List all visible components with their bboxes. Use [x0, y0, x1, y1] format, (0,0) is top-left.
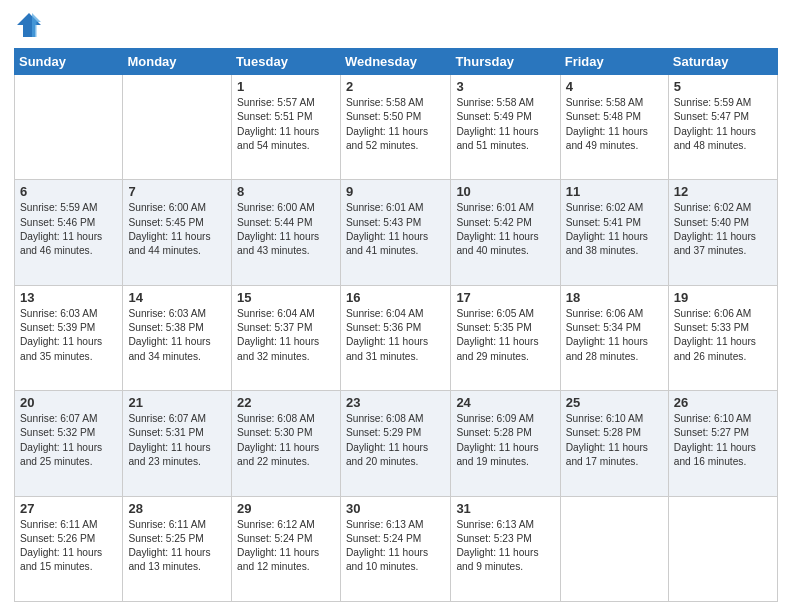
weekday-header-monday: Monday — [123, 49, 232, 75]
day-number: 12 — [674, 184, 772, 199]
day-number: 31 — [456, 501, 554, 516]
day-info: Sunrise: 6:06 AMSunset: 5:33 PMDaylight:… — [674, 307, 772, 364]
day-number: 16 — [346, 290, 445, 305]
day-number: 6 — [20, 184, 117, 199]
calendar-cell: 31Sunrise: 6:13 AMSunset: 5:23 PMDayligh… — [451, 496, 560, 601]
day-info: Sunrise: 6:05 AMSunset: 5:35 PMDaylight:… — [456, 307, 554, 364]
logo — [14, 10, 48, 40]
day-info: Sunrise: 6:00 AMSunset: 5:44 PMDaylight:… — [237, 201, 335, 258]
weekday-header-friday: Friday — [560, 49, 668, 75]
calendar-cell: 23Sunrise: 6:08 AMSunset: 5:29 PMDayligh… — [340, 391, 450, 496]
day-number: 13 — [20, 290, 117, 305]
day-info: Sunrise: 6:03 AMSunset: 5:39 PMDaylight:… — [20, 307, 117, 364]
day-info: Sunrise: 6:06 AMSunset: 5:34 PMDaylight:… — [566, 307, 663, 364]
day-number: 18 — [566, 290, 663, 305]
day-info: Sunrise: 6:04 AMSunset: 5:36 PMDaylight:… — [346, 307, 445, 364]
calendar-cell: 1Sunrise: 5:57 AMSunset: 5:51 PMDaylight… — [232, 75, 341, 180]
day-info: Sunrise: 6:04 AMSunset: 5:37 PMDaylight:… — [237, 307, 335, 364]
header — [14, 10, 778, 40]
day-number: 17 — [456, 290, 554, 305]
calendar-cell: 22Sunrise: 6:08 AMSunset: 5:30 PMDayligh… — [232, 391, 341, 496]
day-number: 10 — [456, 184, 554, 199]
calendar-cell: 11Sunrise: 6:02 AMSunset: 5:41 PMDayligh… — [560, 180, 668, 285]
day-info: Sunrise: 6:12 AMSunset: 5:24 PMDaylight:… — [237, 518, 335, 575]
day-number: 3 — [456, 79, 554, 94]
calendar-cell: 13Sunrise: 6:03 AMSunset: 5:39 PMDayligh… — [15, 285, 123, 390]
calendar-cell: 2Sunrise: 5:58 AMSunset: 5:50 PMDaylight… — [340, 75, 450, 180]
day-info: Sunrise: 5:57 AMSunset: 5:51 PMDaylight:… — [237, 96, 335, 153]
day-info: Sunrise: 6:08 AMSunset: 5:29 PMDaylight:… — [346, 412, 445, 469]
calendar-cell: 20Sunrise: 6:07 AMSunset: 5:32 PMDayligh… — [15, 391, 123, 496]
day-info: Sunrise: 6:03 AMSunset: 5:38 PMDaylight:… — [128, 307, 226, 364]
calendar-cell: 4Sunrise: 5:58 AMSunset: 5:48 PMDaylight… — [560, 75, 668, 180]
svg-marker-0 — [17, 13, 41, 37]
day-info: Sunrise: 5:59 AMSunset: 5:46 PMDaylight:… — [20, 201, 117, 258]
day-number: 11 — [566, 184, 663, 199]
day-info: Sunrise: 6:02 AMSunset: 5:40 PMDaylight:… — [674, 201, 772, 258]
calendar-table: SundayMondayTuesdayWednesdayThursdayFrid… — [14, 48, 778, 602]
calendar-cell — [123, 75, 232, 180]
week-row-5: 27Sunrise: 6:11 AMSunset: 5:26 PMDayligh… — [15, 496, 778, 601]
calendar-cell: 10Sunrise: 6:01 AMSunset: 5:42 PMDayligh… — [451, 180, 560, 285]
day-number: 22 — [237, 395, 335, 410]
calendar-cell — [560, 496, 668, 601]
day-number: 4 — [566, 79, 663, 94]
day-number: 19 — [674, 290, 772, 305]
day-info: Sunrise: 6:07 AMSunset: 5:32 PMDaylight:… — [20, 412, 117, 469]
day-info: Sunrise: 6:01 AMSunset: 5:43 PMDaylight:… — [346, 201, 445, 258]
weekday-header-saturday: Saturday — [668, 49, 777, 75]
day-info: Sunrise: 6:01 AMSunset: 5:42 PMDaylight:… — [456, 201, 554, 258]
calendar-cell: 14Sunrise: 6:03 AMSunset: 5:38 PMDayligh… — [123, 285, 232, 390]
logo-icon — [14, 10, 44, 40]
calendar-cell: 8Sunrise: 6:00 AMSunset: 5:44 PMDaylight… — [232, 180, 341, 285]
day-info: Sunrise: 6:11 AMSunset: 5:25 PMDaylight:… — [128, 518, 226, 575]
day-number: 30 — [346, 501, 445, 516]
calendar-cell: 6Sunrise: 5:59 AMSunset: 5:46 PMDaylight… — [15, 180, 123, 285]
weekday-header-row: SundayMondayTuesdayWednesdayThursdayFrid… — [15, 49, 778, 75]
day-info: Sunrise: 6:07 AMSunset: 5:31 PMDaylight:… — [128, 412, 226, 469]
weekday-header-thursday: Thursday — [451, 49, 560, 75]
calendar-cell: 12Sunrise: 6:02 AMSunset: 5:40 PMDayligh… — [668, 180, 777, 285]
calendar-cell: 29Sunrise: 6:12 AMSunset: 5:24 PMDayligh… — [232, 496, 341, 601]
page: SundayMondayTuesdayWednesdayThursdayFrid… — [0, 0, 792, 612]
day-number: 27 — [20, 501, 117, 516]
day-number: 21 — [128, 395, 226, 410]
calendar-cell: 16Sunrise: 6:04 AMSunset: 5:36 PMDayligh… — [340, 285, 450, 390]
calendar-cell: 17Sunrise: 6:05 AMSunset: 5:35 PMDayligh… — [451, 285, 560, 390]
day-info: Sunrise: 6:02 AMSunset: 5:41 PMDaylight:… — [566, 201, 663, 258]
week-row-2: 6Sunrise: 5:59 AMSunset: 5:46 PMDaylight… — [15, 180, 778, 285]
day-number: 5 — [674, 79, 772, 94]
day-number: 2 — [346, 79, 445, 94]
day-number: 29 — [237, 501, 335, 516]
weekday-header-wednesday: Wednesday — [340, 49, 450, 75]
calendar-cell: 18Sunrise: 6:06 AMSunset: 5:34 PMDayligh… — [560, 285, 668, 390]
day-number: 24 — [456, 395, 554, 410]
calendar-cell: 15Sunrise: 6:04 AMSunset: 5:37 PMDayligh… — [232, 285, 341, 390]
calendar-cell: 3Sunrise: 5:58 AMSunset: 5:49 PMDaylight… — [451, 75, 560, 180]
day-number: 7 — [128, 184, 226, 199]
day-number: 20 — [20, 395, 117, 410]
day-info: Sunrise: 6:10 AMSunset: 5:27 PMDaylight:… — [674, 412, 772, 469]
day-info: Sunrise: 6:00 AMSunset: 5:45 PMDaylight:… — [128, 201, 226, 258]
day-info: Sunrise: 5:58 AMSunset: 5:48 PMDaylight:… — [566, 96, 663, 153]
calendar-cell: 30Sunrise: 6:13 AMSunset: 5:24 PMDayligh… — [340, 496, 450, 601]
day-info: Sunrise: 6:13 AMSunset: 5:24 PMDaylight:… — [346, 518, 445, 575]
day-number: 9 — [346, 184, 445, 199]
calendar-cell: 7Sunrise: 6:00 AMSunset: 5:45 PMDaylight… — [123, 180, 232, 285]
day-info: Sunrise: 6:10 AMSunset: 5:28 PMDaylight:… — [566, 412, 663, 469]
week-row-1: 1Sunrise: 5:57 AMSunset: 5:51 PMDaylight… — [15, 75, 778, 180]
calendar-cell — [668, 496, 777, 601]
day-info: Sunrise: 6:09 AMSunset: 5:28 PMDaylight:… — [456, 412, 554, 469]
weekday-header-tuesday: Tuesday — [232, 49, 341, 75]
calendar-cell: 5Sunrise: 5:59 AMSunset: 5:47 PMDaylight… — [668, 75, 777, 180]
week-row-3: 13Sunrise: 6:03 AMSunset: 5:39 PMDayligh… — [15, 285, 778, 390]
week-row-4: 20Sunrise: 6:07 AMSunset: 5:32 PMDayligh… — [15, 391, 778, 496]
weekday-header-sunday: Sunday — [15, 49, 123, 75]
day-number: 28 — [128, 501, 226, 516]
calendar-cell: 21Sunrise: 6:07 AMSunset: 5:31 PMDayligh… — [123, 391, 232, 496]
day-number: 25 — [566, 395, 663, 410]
calendar-cell: 27Sunrise: 6:11 AMSunset: 5:26 PMDayligh… — [15, 496, 123, 601]
day-info: Sunrise: 6:08 AMSunset: 5:30 PMDaylight:… — [237, 412, 335, 469]
calendar-cell: 26Sunrise: 6:10 AMSunset: 5:27 PMDayligh… — [668, 391, 777, 496]
calendar-cell: 9Sunrise: 6:01 AMSunset: 5:43 PMDaylight… — [340, 180, 450, 285]
